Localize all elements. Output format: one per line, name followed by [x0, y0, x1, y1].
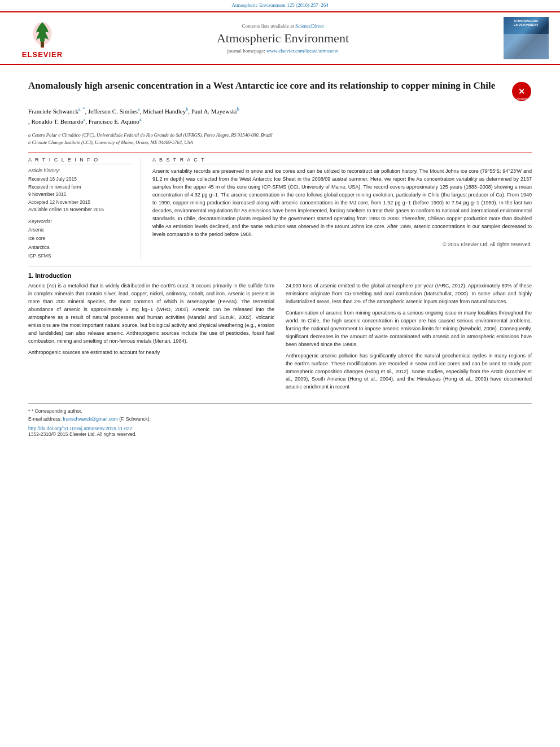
abstract-col: A B S T R A C T Arsenic variability reco…	[152, 157, 532, 260]
email-label: E-mail address:	[28, 416, 62, 422]
journal-title: Atmospheric Environment	[73, 31, 492, 46]
received-date: Received 16 July 2015	[28, 176, 132, 184]
author5-name: , Ronaldo T. Bernardo	[28, 118, 84, 125]
revised-label: Received in revised form	[28, 184, 132, 191]
author2-name: , Jefferson C. Simões	[85, 108, 138, 115]
section-divider	[28, 266, 532, 267]
article-info-label: A R T I C L E I N F O	[28, 157, 132, 164]
keyword1: Arsenic	[28, 226, 132, 234]
abstract-label: A B S T R A C T	[152, 157, 532, 164]
author6-name: , Francisco E. Aquino	[85, 118, 139, 125]
elsevier-logo-area: ELSEVIER	[11, 18, 73, 59]
footer: * * Corresponding author. E-mail address…	[28, 403, 532, 436]
journal-cover-bg	[504, 34, 549, 59]
body-col2-para3: Anthropogenic arsenic pollution has sign…	[286, 352, 532, 392]
journal-header: ELSEVIER Contents lists available at Sci…	[0, 11, 560, 65]
body-col2: 24,000 tons of arsenic emitted to the gl…	[286, 282, 532, 395]
body-col1-para2: Anthropogenic sources are estimated to a…	[28, 349, 274, 357]
corresponding-author-note: * * Corresponding author.	[28, 407, 532, 416]
article-title: Anomalously high arsenic concentration i…	[28, 79, 500, 93]
journal-cover-title: ATMOSPHERIC ENVIRONMENT	[506, 19, 546, 27]
doi-line: http://dx.doi.org/10.1016/j.atmosenv.201…	[28, 426, 532, 431]
article-info-col: A R T I C L E I N F O Article history: R…	[28, 157, 141, 260]
affil-b-text: b Climate Change Institute (CCI), Univer…	[28, 139, 193, 146]
footnote-star: *	[28, 408, 30, 414]
body-col2-para1: 24,000 tons of arsenic emitted to the gl…	[286, 282, 532, 306]
body-col2-para2: Contamination of arsenic from mining ope…	[286, 309, 532, 349]
accepted-date: Accepted 12 November 2015	[28, 199, 132, 207]
article-history-label: Article history:	[28, 168, 132, 173]
svg-text:CrossMark: CrossMark	[515, 97, 529, 101]
affil-a-text: a Centro Polar e Climático (CPC), Univer…	[28, 132, 273, 139]
elsevier-tree-icon	[25, 18, 59, 49]
journal-reference-bar: Atmospheric Environment 125 (2016) 257–2…	[0, 0, 560, 10]
keyword4: ICP-SFMS	[28, 252, 132, 260]
copyright-line: © 2015 Elsevier Ltd. All rights reserved…	[152, 242, 532, 247]
keyword2: Ice core	[28, 234, 132, 243]
email-suffix: (F. Schwanck).	[119, 416, 151, 422]
author3-name: , Michael Handley	[140, 108, 186, 115]
journal-thumbnail-area: ATMOSPHERIC ENVIRONMENT	[492, 17, 549, 59]
journal-homepage-line: journal homepage: www.elsevier.com/locat…	[73, 48, 492, 54]
section1-number: 1.	[28, 272, 33, 279]
affiliation-b: b Climate Change Institute (CCI), Univer…	[28, 139, 532, 146]
author1-name: Franciele Schwanck	[28, 108, 78, 115]
corresponding-label: * Corresponding author.	[32, 408, 82, 414]
main-content: Anomalously high arsenic concentration i…	[0, 65, 560, 443]
svg-rect-2	[41, 42, 44, 47]
email-note: E-mail address: franschvanck@gmail.com (…	[28, 416, 532, 423]
revised-date: 9 November 2015	[28, 191, 132, 199]
crossmark-badge[interactable]: ✕ CrossMark	[511, 81, 532, 102]
keywords-label: Keywords:	[28, 219, 132, 224]
journal-cover-thumb: ATMOSPHERIC ENVIRONMENT	[504, 17, 549, 59]
science-direct-line: Contents lists available at ScienceDirec…	[73, 23, 492, 29]
body-two-col: Arsenic (As) is a metalloid that is wide…	[28, 282, 532, 395]
article-title-section: Anomalously high arsenic concentration i…	[28, 71, 532, 106]
contents-available-text: Contents lists available at	[242, 23, 295, 29]
author4-sup: b	[237, 107, 239, 112]
author4-name: , Paul A. Mayewski	[188, 108, 237, 115]
keyword3: Antarctica	[28, 243, 132, 252]
body-section: 1. Introduction Arsenic (As) is a metall…	[28, 272, 532, 395]
affiliation-a: a Centro Polar e Climático (CPC), Univer…	[28, 132, 532, 139]
science-direct-link[interactable]: ScienceDirect	[295, 23, 323, 29]
journal-reference-text: Atmospheric Environment 125 (2016) 257–2…	[231, 2, 328, 8]
journal-homepage-link[interactable]: www.elsevier.com/locate/atmosenv	[266, 48, 338, 54]
svg-text:✕: ✕	[518, 87, 525, 96]
section1-heading: 1. Introduction	[28, 272, 532, 279]
authors-section: Franciele Schwancka, *, Jefferson C. Sim…	[28, 106, 532, 127]
body-col1: Arsenic (As) is a metalloid that is wide…	[28, 282, 274, 395]
elsevier-text: ELSEVIER	[22, 50, 63, 59]
divider-line	[28, 152, 532, 152]
homepage-text: journal homepage:	[228, 48, 266, 54]
email-value[interactable]: franschvanck@gmail.com	[63, 416, 117, 422]
affiliations-section: a Centro Polar e Climático (CPC), Univer…	[28, 132, 532, 147]
elsevier-logo: ELSEVIER	[22, 18, 63, 59]
rights-line: 1352-2310/© 2015 Elsevier Ltd. All right…	[28, 431, 532, 437]
available-date: Available online 19 November 2015	[28, 206, 132, 214]
journal-header-center: Contents lists available at ScienceDirec…	[73, 23, 492, 54]
author6-sup: a	[139, 117, 142, 122]
crossmark-icon: ✕ CrossMark	[511, 81, 532, 102]
body-col1-para1: Arsenic (As) is a metalloid that is wide…	[28, 282, 274, 346]
section1-title: Introduction	[35, 272, 71, 279]
article-info-abstract-cols: A R T I C L E I N F O Article history: R…	[28, 157, 532, 260]
doi-text[interactable]: http://dx.doi.org/10.1016/j.atmosenv.201…	[28, 426, 132, 431]
abstract-text: Arsenic variability records are preserve…	[152, 168, 532, 238]
